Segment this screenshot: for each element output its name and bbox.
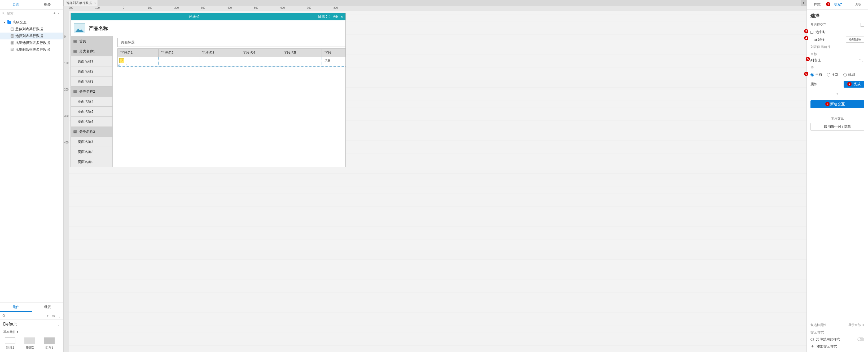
shape-rect3[interactable]: 矩形3 — [44, 338, 55, 350]
radio-all[interactable]: 全部 — [827, 72, 839, 77]
tab-overflow-icon[interactable]: ▾ — [801, 0, 806, 6]
tab-widgets[interactable]: 元件 — [0, 303, 32, 312]
grid-row[interactable] — [118, 57, 345, 67]
add-action-button[interactable]: ＋ — [807, 90, 868, 98]
folder-row[interactable]: ▼ 高级交互 — [0, 19, 63, 26]
tab-style[interactable]: 样式 — [807, 0, 827, 9]
nav-page[interactable]: 页面名称2 — [71, 66, 113, 76]
target-icon — [810, 338, 814, 341]
page-item[interactable]: 批量选择列表多行数据 — [0, 39, 63, 46]
radio-rule[interactable]: 规则 — [843, 72, 855, 77]
nav-icon — [73, 90, 77, 93]
file-tab[interactable]: 选择列表单行数据 × — [63, 0, 98, 6]
folder-label: 高级交互 — [13, 20, 27, 25]
common-ix-item[interactable]: 取消选中时 / 隐藏 — [810, 123, 864, 131]
checkbox-props-header[interactable]: 复选框属性 显示全部≡ — [807, 320, 868, 329]
col-header[interactable]: 字段名3 — [199, 49, 240, 57]
isolate-button[interactable]: 隔离 ⛶ — [318, 14, 330, 19]
page-title-widget[interactable]: 页面标题 — [118, 38, 345, 47]
folder-icon — [7, 21, 11, 24]
col-header[interactable]: 字段名6 — [322, 49, 336, 57]
delete-action-button[interactable]: 删除 — [810, 82, 817, 86]
close-tab-icon[interactable]: × — [94, 1, 96, 6]
page-label: 选择列表单行数据 — [16, 34, 43, 38]
close-repeater-button[interactable]: 关闭 × — [333, 14, 343, 19]
nav-page[interactable]: 页面名称9 — [71, 157, 113, 167]
row-scope-radios: 6 当前 全部 规则 — [807, 71, 868, 79]
radio-current[interactable]: 当前 — [810, 72, 822, 77]
grid-cell[interactable] — [281, 57, 322, 66]
page-icon — [10, 48, 14, 51]
file-tab-label: 选择列表单行数据 — [66, 1, 92, 5]
action-mark-row[interactable]: 4 标记行 添加目标 — [807, 35, 868, 44]
grid-cell[interactable] — [199, 57, 240, 66]
shape-label: 矩形1 — [6, 345, 14, 350]
nav-category[interactable]: 分类名称3 — [71, 127, 113, 137]
shape-rect1[interactable]: 矩形1 — [5, 338, 16, 350]
add-target-button[interactable]: 添加目标 — [846, 37, 864, 43]
col-header[interactable]: 字段名2 — [159, 49, 199, 57]
page-item[interactable]: 批量删除列表多行数据 — [0, 46, 63, 53]
selected-widget[interactable] — [119, 58, 126, 65]
shapes-section-label[interactable]: 基本元件 ▾ — [0, 329, 63, 335]
add-folder-icon[interactable]: ▭ — [58, 11, 61, 15]
new-interaction-button[interactable]: 2 新建交互 — [810, 100, 864, 108]
nav-page[interactable]: 页面名称4 — [71, 97, 113, 107]
grid-cell[interactable] — [159, 57, 199, 66]
col-header[interactable]: 字段名5 — [281, 49, 322, 57]
file-tab-bar: 选择列表单行数据 × ▾ — [64, 0, 806, 6]
nav-page[interactable]: 页面名称8 — [71, 147, 113, 157]
page-item[interactable]: 选择列表单行数据 — [0, 33, 63, 39]
more-icon[interactable]: ⋮ — [57, 314, 61, 318]
search-icon — [2, 314, 6, 318]
nav-page[interactable]: 页面名称1 — [71, 57, 113, 66]
menu-icon[interactable]: ≡ — [862, 323, 864, 327]
grid-cell[interactable] — [240, 57, 281, 66]
tab-outline[interactable]: 概要 — [32, 0, 64, 9]
col-header[interactable]: 字段名1 — [118, 49, 159, 57]
nav-home[interactable]: 首页 — [71, 36, 113, 46]
annotation-badge: 1 — [826, 2, 830, 6]
nav-icon — [73, 50, 77, 53]
interaction-icon — [119, 58, 124, 63]
shape-rect2[interactable]: 矩形2 — [24, 338, 35, 350]
repeater-edit-panel: 列表值 隔离 ⛶ 关闭 × 产品名称 首页 分类名称1 页面名称1 页面名称 — [70, 13, 346, 167]
add-library-icon[interactable]: ＋ — [45, 314, 50, 318]
nav-category[interactable]: 分类名称1 — [71, 46, 113, 57]
row-label: 行 — [807, 64, 868, 71]
col-header[interactable]: 字段名4 — [240, 49, 281, 57]
disabled-style-row[interactable]: 元件禁用的样式 — [807, 336, 868, 343]
shape-label: 矩形2 — [26, 345, 34, 350]
done-button[interactable]: 7 完成 — [844, 81, 864, 87]
tab-masters[interactable]: 母版 — [32, 303, 64, 312]
tab-pages[interactable]: 页面 — [0, 0, 32, 9]
resize-handle-icon[interactable] — [126, 65, 127, 66]
library-select[interactable]: Default ⌄ — [0, 320, 63, 329]
canvas-scroll[interactable]: 列表值 隔离 ⛶ 关闭 × 产品名称 首页 分类名称1 页面名称1 页面名称 — [69, 11, 806, 352]
target-value: 列表值 — [810, 58, 821, 63]
add-page-icon[interactable]: ＋ — [53, 11, 56, 15]
tab-notes[interactable]: 说明 — [847, 0, 868, 9]
toggle-switch[interactable] — [858, 338, 864, 341]
shape-swatch-icon — [5, 338, 16, 344]
page-item[interactable]: 悬停列表某行数据 — [0, 26, 63, 33]
page-search-input[interactable] — [7, 11, 51, 15]
nav-page[interactable]: 页面名称7 — [71, 137, 113, 147]
add-ix-style-button[interactable]: ＋ 添加交互样式 — [807, 343, 868, 350]
ruler-vertical: 0 100 200 300 400 — [64, 11, 69, 352]
target-select[interactable]: 5 列表值 ⌃⌄ — [810, 57, 864, 64]
resize-handle-icon[interactable] — [119, 65, 120, 66]
nav-page[interactable]: 页面名称6 — [71, 117, 113, 127]
nav-page[interactable]: 页面名称3 — [71, 76, 113, 86]
svg-point-0 — [3, 12, 4, 14]
tab-interactions[interactable]: 交互 1 — [827, 0, 847, 9]
library-settings-icon[interactable]: ▭ — [51, 314, 55, 318]
nav-page[interactable]: 页面名称5 — [71, 107, 113, 117]
event-icon — [810, 31, 813, 34]
nav-category[interactable]: 分类名称2 — [71, 86, 113, 97]
event-selected[interactable]: 3 选中时 — [807, 29, 868, 35]
grid-cell[interactable] — [118, 57, 159, 66]
canvas-area: 选择列表单行数据 × ▾ -200 -100 0 100 200 300 400… — [64, 0, 806, 352]
expand-icon[interactable] — [861, 23, 864, 27]
grid-cell[interactable] — [322, 57, 336, 66]
